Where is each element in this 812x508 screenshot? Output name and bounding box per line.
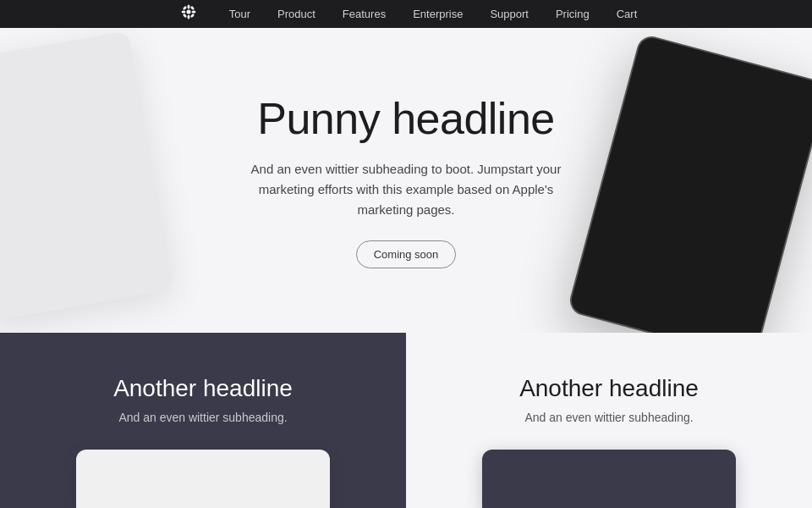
bottom-section: Another headline And an even wittier sub… (0, 333, 812, 508)
nav-cart[interactable]: Cart (617, 8, 638, 20)
hero-section: Punny headline And an even wittier subhe… (0, 28, 812, 333)
bottom-right-panel: Another headline And an even wittier sub… (406, 333, 812, 508)
bottom-right-card-preview (482, 450, 736, 508)
bottom-right-headline: Another headline (519, 375, 699, 402)
svg-point-7 (189, 6, 195, 11)
logo[interactable] (175, 4, 202, 24)
hero-content: Punny headline And an even wittier subhe… (237, 93, 575, 268)
svg-point-6 (189, 14, 195, 19)
card-mock-left-decoration (0, 30, 173, 321)
nav-enterprise[interactable]: Enterprise (413, 8, 463, 20)
tablet-screen (568, 35, 812, 333)
svg-point-4 (191, 11, 195, 14)
cta-button[interactable]: Coming soon (356, 240, 457, 268)
nav-product[interactable]: Product (277, 8, 315, 20)
svg-point-1 (187, 5, 189, 9)
svg-point-8 (182, 14, 187, 19)
bottom-left-headline: Another headline (113, 375, 293, 402)
svg-point-2 (187, 15, 189, 19)
svg-point-0 (186, 10, 190, 14)
nav-tour[interactable]: Tour (229, 8, 250, 20)
bottom-left-subheading: And an even wittier subheading. (118, 411, 287, 424)
bottom-right-subheading: And an even wittier subheading. (524, 411, 693, 424)
hero-headline: Punny headline (237, 93, 575, 144)
navbar: Tour Product Features Enterprise Support… (0, 0, 812, 28)
hero-subheading: And an even wittier subheading to boot. … (237, 159, 575, 220)
svg-point-5 (182, 6, 187, 11)
bottom-left-card-preview (76, 450, 330, 508)
logo-icon (181, 4, 196, 24)
nav-features[interactable]: Features (343, 8, 386, 20)
tablet-mock-decoration (567, 33, 812, 333)
bottom-left-panel: Another headline And an even wittier sub… (0, 333, 406, 508)
svg-point-3 (181, 11, 185, 14)
nav-pricing[interactable]: Pricing (556, 8, 590, 20)
nav-support[interactable]: Support (490, 8, 529, 20)
